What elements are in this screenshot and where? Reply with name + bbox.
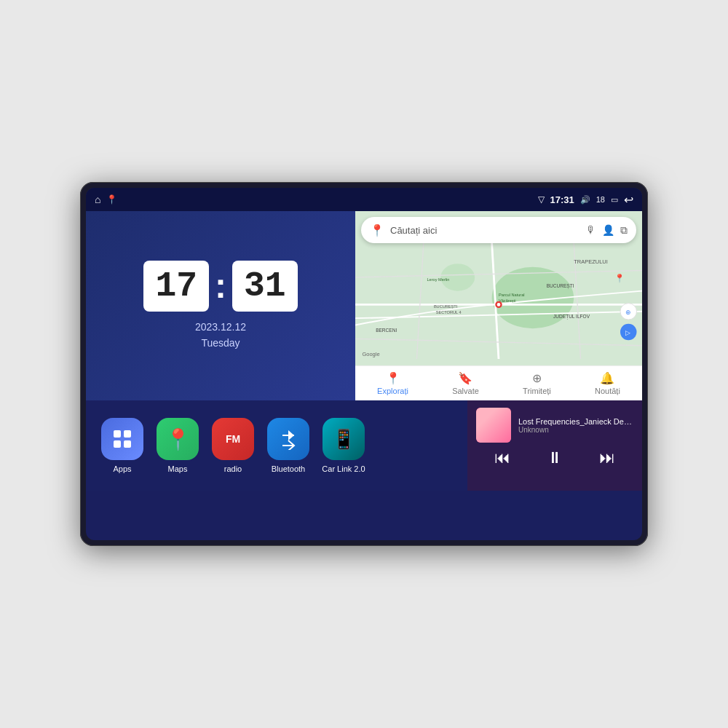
- radio-label: radio: [224, 464, 242, 473]
- next-button[interactable]: ⏭: [599, 448, 615, 467]
- map-bottom-nav: 📍 Explorați 🔖 Salvate ⊕ Trimiteți: [355, 365, 642, 400]
- svg-text:Google: Google: [362, 351, 379, 357]
- svg-text:SECTORUL 4: SECTORUL 4: [436, 310, 462, 314]
- saved-label: Salvate: [452, 387, 479, 395]
- device-screen: ⌂ 📍 ▽ 17:31 🔊 18 ▭ ↩ 17 :: [86, 188, 642, 540]
- music-controls: ⏮ ⏸ ⏭: [476, 448, 633, 467]
- top-section: 17 : 31 2023.12.12 Tuesday 📍: [86, 211, 642, 400]
- map-search-icons: 🎙 👤 ⧉: [586, 224, 628, 237]
- carlink-label: Car Link 2.0: [322, 464, 365, 473]
- app-item-apps[interactable]: Apps: [96, 418, 149, 473]
- svg-text:BUCUREȘTI: BUCUREȘTI: [434, 304, 458, 309]
- svg-rect-30: [124, 440, 131, 448]
- music-info: Lost Frequencies_Janieck Devy-... Unknow…: [476, 408, 633, 443]
- battery-icon: ▭: [611, 195, 618, 205]
- saved-icon: 🔖: [458, 371, 472, 385]
- maps-shortcut-icon[interactable]: 📍: [106, 194, 117, 205]
- volume-icon: 🔊: [580, 195, 590, 205]
- device-outer: ⌂ 📍 ▽ 17:31 🔊 18 ▭ ↩ 17 :: [80, 182, 648, 546]
- svg-text:TRAPEZULUI: TRAPEZULUI: [574, 258, 608, 265]
- map-background: 📍 Căutați aici 🎙 👤 ⧉: [355, 211, 642, 400]
- svg-text:📍: 📍: [614, 273, 625, 283]
- main-area: 17 : 31 2023.12.12 Tuesday 📍: [86, 211, 642, 540]
- apps-icon: [101, 418, 143, 460]
- map-search-bar[interactable]: 📍 Căutați aici 🎙 👤 ⧉: [361, 217, 636, 243]
- signal-icon: ▽: [538, 194, 545, 205]
- bluetooth-icon: [267, 418, 309, 460]
- svg-text:BUCUREȘTI: BUCUREȘTI: [547, 283, 574, 289]
- status-bar: ⌂ 📍 ▽ 17:31 🔊 18 ▭ ↩: [86, 188, 642, 211]
- battery-number: 18: [596, 195, 605, 204]
- maps-label: Maps: [168, 464, 188, 473]
- svg-rect-27: [114, 430, 121, 438]
- svg-rect-28: [124, 430, 131, 438]
- map-nav-share[interactable]: ⊕ Trimiteți: [523, 371, 551, 395]
- svg-text:Văcărești: Văcărești: [499, 298, 515, 303]
- news-icon: 🔔: [600, 371, 614, 385]
- clock-hour: 17: [143, 261, 209, 312]
- map-svg: TRAPEZULUI BUCUREȘTI JUDEȚUL ILFOV BERCE…: [355, 243, 642, 359]
- app-item-carlink[interactable]: 📱 Car Link 2.0: [317, 418, 370, 473]
- clock-date: 2023.12.12 Tuesday: [195, 319, 246, 352]
- play-pause-button[interactable]: ⏸: [547, 448, 563, 467]
- app-item-radio[interactable]: FM radio: [207, 418, 259, 473]
- music-thumbnail: [476, 408, 511, 443]
- apps-area: Apps 📍 Maps FM radio: [86, 400, 467, 491]
- maps-icon: 📍: [157, 418, 199, 460]
- svg-text:Parcul Natural: Parcul Natural: [499, 293, 525, 297]
- svg-text:JUDEȚUL ILFOV: JUDEȚUL ILFOV: [553, 314, 590, 320]
- bottom-section: Apps 📍 Maps FM radio: [86, 400, 642, 491]
- apps-label: Apps: [113, 464, 131, 473]
- map-widget[interactable]: 📍 Căutați aici 🎙 👤 ⧉: [355, 211, 642, 400]
- clock-display: 17 : 31: [143, 261, 297, 312]
- music-title: Lost Frequencies_Janieck Devy-...: [518, 417, 633, 426]
- app-item-bluetooth[interactable]: Bluetooth: [262, 418, 314, 473]
- account-icon[interactable]: 👤: [602, 224, 614, 236]
- clock-widget: 17 : 31 2023.12.12 Tuesday: [86, 211, 355, 400]
- svg-text:▷: ▷: [625, 329, 630, 336]
- svg-point-21: [497, 303, 501, 306]
- bluetooth-label: Bluetooth: [272, 464, 305, 473]
- mic-icon[interactable]: 🎙: [586, 224, 596, 236]
- share-label: Trimiteți: [523, 387, 551, 395]
- status-right-icons: ▽ 17:31 🔊 18 ▭ ↩: [538, 193, 634, 207]
- map-nav-saved[interactable]: 🔖 Salvate: [452, 371, 479, 395]
- carlink-icon: 📱: [323, 418, 365, 460]
- news-label: Noutăți: [595, 387, 620, 395]
- app-item-maps[interactable]: 📍 Maps: [151, 418, 204, 473]
- music-artist: Unknown: [518, 426, 633, 434]
- music-player: Lost Frequencies_Janieck Devy-... Unknow…: [467, 400, 642, 491]
- explore-icon: 📍: [386, 371, 400, 385]
- explore-label: Explorați: [377, 387, 408, 395]
- share-icon: ⊕: [532, 371, 542, 385]
- prev-button[interactable]: ⏮: [494, 448, 510, 467]
- map-search-text[interactable]: Căutați aici: [390, 225, 580, 236]
- clock-minute: 31: [232, 261, 298, 312]
- svg-text:BERCENI: BERCENI: [376, 328, 397, 333]
- home-icon[interactable]: ⌂: [95, 194, 100, 205]
- svg-text:Leroy Merlin: Leroy Merlin: [427, 277, 450, 282]
- status-time: 17:31: [550, 194, 574, 205]
- radio-icon: FM: [212, 418, 254, 460]
- back-icon[interactable]: ↩: [624, 193, 633, 207]
- map-nav-explore[interactable]: 📍 Explorați: [377, 371, 408, 395]
- svg-rect-29: [114, 440, 121, 448]
- clock-colon: :: [215, 266, 226, 306]
- map-pin-icon: 📍: [370, 223, 384, 237]
- music-text: Lost Frequencies_Janieck Devy-... Unknow…: [518, 417, 633, 434]
- album-art: [476, 408, 511, 443]
- map-nav-news[interactable]: 🔔 Noutăți: [595, 371, 620, 395]
- layers-icon[interactable]: ⧉: [620, 224, 628, 237]
- status-left-icons: ⌂ 📍: [95, 194, 117, 205]
- svg-text:⊕: ⊕: [625, 309, 631, 316]
